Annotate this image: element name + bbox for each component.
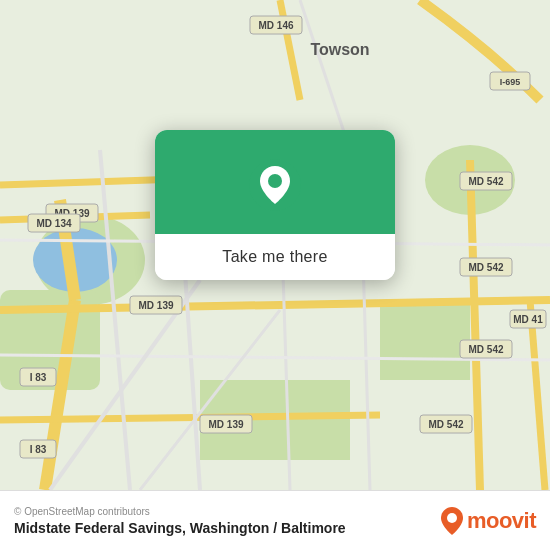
- map-view: MD 146 MD 139 MD 139 MD 139 MD 134 I-695…: [0, 0, 550, 490]
- svg-text:I 83: I 83: [30, 444, 47, 455]
- svg-text:MD 139: MD 139: [208, 419, 243, 430]
- location-name: Midstate Federal Savings, Washington / B…: [14, 520, 346, 536]
- popup-header: [155, 130, 395, 234]
- moovit-pin-icon: [441, 507, 463, 535]
- svg-text:MD 542: MD 542: [468, 176, 503, 187]
- location-info: © OpenStreetMap contributors Midstate Fe…: [14, 506, 346, 536]
- location-popup: Take me there: [155, 130, 395, 280]
- svg-text:MD 139: MD 139: [138, 300, 173, 311]
- svg-text:MD 542: MD 542: [468, 262, 503, 273]
- svg-text:MD 146: MD 146: [258, 20, 293, 31]
- svg-text:I-695: I-695: [500, 77, 521, 87]
- svg-text:MD 542: MD 542: [428, 419, 463, 430]
- svg-text:I 83: I 83: [30, 372, 47, 383]
- svg-text:MD 41: MD 41: [513, 314, 543, 325]
- location-pin-icon: [248, 158, 302, 212]
- svg-text:Towson: Towson: [310, 41, 369, 58]
- moovit-brand-text: moovit: [467, 508, 536, 534]
- moovit-logo: moovit: [441, 507, 536, 535]
- take-me-there-button[interactable]: Take me there: [155, 234, 395, 280]
- svg-rect-4: [380, 300, 470, 380]
- svg-point-54: [447, 513, 457, 523]
- svg-line-11: [0, 415, 380, 420]
- svg-text:MD 542: MD 542: [468, 344, 503, 355]
- bottom-bar: © OpenStreetMap contributors Midstate Fe…: [0, 490, 550, 550]
- svg-point-53: [268, 174, 282, 188]
- copyright-text: © OpenStreetMap contributors: [14, 506, 346, 517]
- svg-text:MD 134: MD 134: [36, 218, 71, 229]
